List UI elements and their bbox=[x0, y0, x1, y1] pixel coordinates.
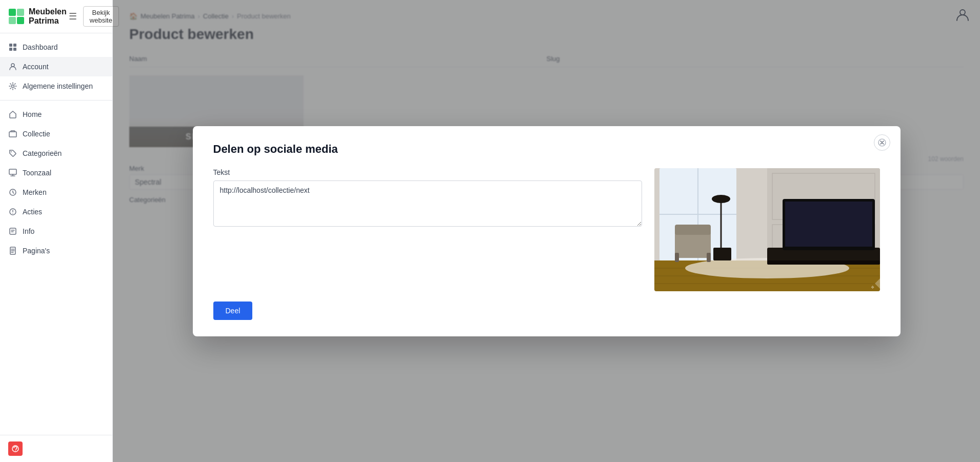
sidebar-item-acties[interactable]: Acties bbox=[0, 202, 112, 222]
svg-point-39 bbox=[712, 195, 730, 203]
svg-point-15 bbox=[12, 213, 13, 214]
sidebar-item-categorieen-label: Categorieën bbox=[23, 149, 62, 157]
sidebar-item-toonzaal[interactable]: Toonzaal bbox=[0, 163, 112, 183]
modal-textarea[interactable]: http://localhost/collectie/next bbox=[213, 180, 642, 227]
sidebar-item-acties-label: Acties bbox=[23, 208, 42, 216]
topbar-actions: ☰ Bekijk website bbox=[67, 6, 119, 27]
sidebar-item-merken[interactable]: Merken bbox=[0, 183, 112, 202]
logo-area: Meubelen Patrima bbox=[8, 7, 67, 26]
tag-icon bbox=[8, 149, 17, 158]
logo-text: Meubelen Patrima bbox=[29, 7, 67, 26]
svg-point-8 bbox=[11, 64, 14, 67]
brand-icon bbox=[8, 188, 17, 197]
sidebar: Meubelen Patrima ☰ Bekijk website Dashbo… bbox=[0, 0, 113, 462]
sidebar-item-dashboard[interactable]: Dashboard bbox=[0, 37, 112, 57]
sidebar-bottom bbox=[0, 435, 112, 462]
svg-rect-40 bbox=[713, 248, 731, 260]
modal-right: ❖ bbox=[654, 168, 880, 291]
nav-divider bbox=[0, 100, 112, 101]
dashboard-icon bbox=[8, 43, 17, 52]
sidebar-item-collectie-label: Collectie bbox=[23, 130, 50, 138]
deel-button[interactable]: Deel bbox=[213, 302, 253, 320]
svg-point-9 bbox=[12, 85, 14, 88]
pages-icon bbox=[8, 246, 17, 255]
hamburger-button[interactable]: ☰ bbox=[67, 9, 79, 24]
room-svg: ❖ bbox=[654, 168, 880, 291]
svg-rect-42 bbox=[767, 260, 880, 265]
svg-text:❖: ❖ bbox=[871, 285, 874, 290]
svg-rect-36 bbox=[675, 253, 679, 262]
modal-left: Tekst http://localhost/collectie/next bbox=[213, 168, 642, 229]
logo-icon bbox=[8, 8, 25, 25]
svg-rect-0 bbox=[9, 9, 16, 16]
svg-rect-6 bbox=[9, 48, 12, 51]
home-icon bbox=[8, 110, 17, 119]
sidebar-item-merken-label: Merken bbox=[23, 188, 47, 196]
showroom-icon bbox=[8, 168, 17, 177]
topbar-left: Meubelen Patrima bbox=[8, 7, 67, 26]
svg-point-19 bbox=[15, 450, 16, 451]
modal-close-button[interactable] bbox=[874, 134, 890, 151]
svg-rect-7 bbox=[13, 48, 16, 51]
sidebar-item-account[interactable]: Account bbox=[0, 57, 112, 76]
svg-rect-10 bbox=[9, 132, 16, 137]
settings-icon bbox=[8, 82, 17, 91]
svg-rect-4 bbox=[9, 44, 12, 47]
topbar: Meubelen Patrima ☰ Bekijk website bbox=[0, 0, 112, 33]
svg-rect-5 bbox=[13, 44, 16, 47]
modal: Delen op sociale media Tekst http://loca… bbox=[193, 126, 901, 336]
sidebar-item-account-label: Account bbox=[23, 63, 49, 71]
tekst-label: Tekst bbox=[213, 168, 642, 176]
sidebar-item-info[interactable]: Info bbox=[0, 222, 112, 241]
action-icon bbox=[8, 207, 17, 216]
sidebar-item-paginas-label: Pagina's bbox=[23, 247, 50, 255]
sidebar-item-collectie[interactable]: Collectie bbox=[0, 124, 112, 144]
sidebar-nav: Dashboard Account Algemene instellingen bbox=[0, 33, 112, 435]
support-icon[interactable] bbox=[8, 441, 23, 456]
svg-rect-35 bbox=[675, 225, 711, 235]
sidebar-item-home-label: Home bbox=[23, 110, 42, 118]
svg-point-11 bbox=[11, 151, 12, 152]
svg-rect-44 bbox=[785, 202, 872, 247]
svg-rect-2 bbox=[9, 17, 16, 24]
svg-rect-16 bbox=[10, 228, 16, 234]
sidebar-item-algemene-label: Algemene instellingen bbox=[23, 82, 93, 90]
modal-title: Delen op sociale media bbox=[213, 143, 880, 156]
modal-body: Tekst http://localhost/collectie/next bbox=[213, 168, 880, 291]
sidebar-item-dashboard-label: Dashboard bbox=[23, 43, 58, 51]
svg-rect-1 bbox=[17, 9, 24, 16]
account-icon bbox=[8, 62, 17, 71]
sidebar-item-home[interactable]: Home bbox=[0, 105, 112, 124]
svg-rect-37 bbox=[707, 253, 711, 262]
sidebar-item-paginas[interactable]: Pagina's bbox=[0, 241, 112, 260]
sidebar-item-categorieen[interactable]: Categorieën bbox=[0, 144, 112, 163]
info-icon bbox=[8, 227, 17, 236]
collection-icon bbox=[8, 129, 17, 138]
modal-overlay: Delen op sociale media Tekst http://loca… bbox=[113, 0, 980, 462]
svg-rect-3 bbox=[17, 17, 24, 24]
sidebar-item-info-label: Info bbox=[23, 227, 34, 235]
modal-product-image: ❖ bbox=[654, 168, 880, 291]
svg-rect-12 bbox=[9, 169, 16, 174]
sidebar-item-algemene[interactable]: Algemene instellingen bbox=[0, 76, 112, 96]
main-content: 🏠 Meubelen Patrima › Collectie › Product… bbox=[113, 0, 980, 462]
sidebar-item-toonzaal-label: Toonzaal bbox=[23, 169, 51, 177]
